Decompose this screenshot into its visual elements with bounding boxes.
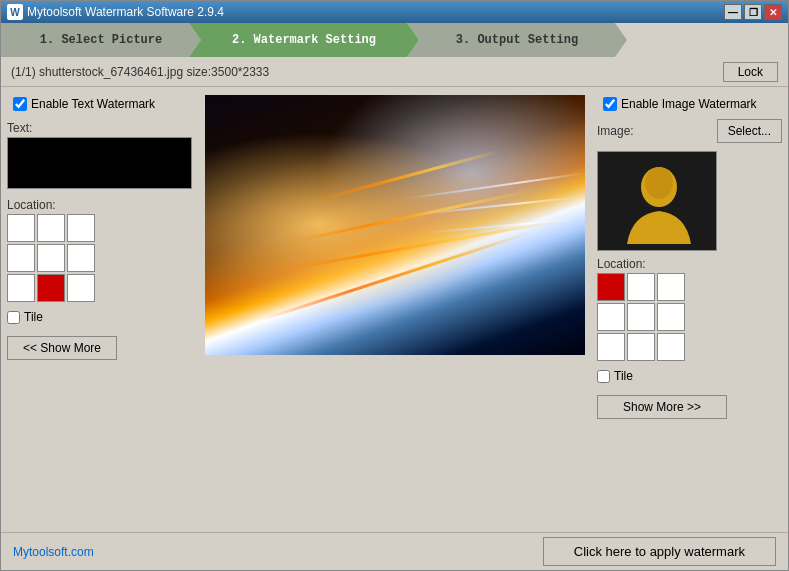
info-bar: (1/1) shutterstock_67436461.jpg size:350… xyxy=(1,57,788,87)
tab-output-setting[interactable]: 3. Output Setting xyxy=(407,23,627,57)
right-grid-cell-4[interactable] xyxy=(627,303,655,331)
file-info: (1/1) shutterstock_67436461.jpg size:350… xyxy=(11,65,269,79)
tab-select-picture[interactable]: 1. Select Picture xyxy=(1,23,201,57)
image-label-row: Image: Select... xyxy=(597,119,782,143)
grid-cell-6[interactable] xyxy=(7,274,35,302)
app-icon: W xyxy=(7,4,23,20)
mytoolsoft-link[interactable]: Mytoolsoft.com xyxy=(13,545,94,559)
main-content: Enable Text Watermark Text: Location: xyxy=(1,87,788,532)
right-location-grid xyxy=(597,273,782,361)
bottom-bar: Mytoolsoft.com Click here to apply water… xyxy=(1,532,788,570)
image-preview xyxy=(205,95,585,355)
right-tile-row: Tile xyxy=(597,365,782,387)
grid-cell-0[interactable] xyxy=(7,214,35,242)
right-show-more-button[interactable]: Show More >> xyxy=(597,395,727,419)
right-grid-cell-7[interactable] xyxy=(627,333,655,361)
grid-cell-8[interactable] xyxy=(67,274,95,302)
center-panel xyxy=(196,93,593,526)
location-label: Location: xyxy=(7,196,192,214)
text-section: Text: xyxy=(7,119,192,192)
tab-watermark-setting[interactable]: 2. Watermark Setting xyxy=(189,23,419,57)
right-grid-cell-1[interactable] xyxy=(627,273,655,301)
image-field-label: Image: xyxy=(597,122,634,140)
show-more-button[interactable]: << Show More xyxy=(7,336,117,360)
window-title: Mytoolsoft Watermark Software 2.9.4 xyxy=(27,5,724,19)
apply-watermark-button[interactable]: Click here to apply watermark xyxy=(543,537,776,566)
select-image-button[interactable]: Select... xyxy=(717,119,782,143)
minimize-button[interactable]: — xyxy=(724,4,742,20)
text-watermark-label: Enable Text Watermark xyxy=(31,97,155,111)
grid-cell-1[interactable] xyxy=(37,214,65,242)
tabs-bar: 1. Select Picture 2. Watermark Setting 3… xyxy=(1,23,788,57)
enable-image-watermark-checkbox[interactable] xyxy=(603,97,617,111)
grid-cell-3[interactable] xyxy=(7,244,35,272)
image-watermark-header: Enable Image Watermark xyxy=(597,93,782,115)
tile-checkbox[interactable] xyxy=(7,311,20,324)
text-field-label: Text: xyxy=(7,119,192,137)
right-panel: Enable Image Watermark Image: Select... … xyxy=(597,93,782,526)
text-watermark-header: Enable Text Watermark xyxy=(7,93,192,115)
right-tile-label: Tile xyxy=(614,369,633,383)
right-location-label: Location: xyxy=(597,255,782,273)
enable-text-watermark-checkbox[interactable] xyxy=(13,97,27,111)
restore-button[interactable]: ❐ xyxy=(744,4,762,20)
title-bar: W Mytoolsoft Watermark Software 2.9.4 — … xyxy=(1,1,788,23)
right-tile-checkbox[interactable] xyxy=(597,370,610,383)
location-section: Location: xyxy=(7,196,192,302)
location-grid xyxy=(7,214,192,302)
left-panel: Enable Text Watermark Text: Location: xyxy=(7,93,192,526)
right-grid-cell-8[interactable] xyxy=(657,333,685,361)
grid-cell-4[interactable] xyxy=(37,244,65,272)
text-input[interactable] xyxy=(7,137,192,189)
right-grid-cell-2[interactable] xyxy=(657,273,685,301)
image-watermark-label: Enable Image Watermark xyxy=(621,97,757,111)
window-controls: — ❐ ✕ xyxy=(724,4,782,20)
tile-row: Tile xyxy=(7,306,192,328)
right-grid-cell-3[interactable] xyxy=(597,303,625,331)
grid-cell-7[interactable] xyxy=(37,274,65,302)
right-grid-cell-5[interactable] xyxy=(657,303,685,331)
right-grid-cell-0[interactable] xyxy=(597,273,625,301)
main-window: W Mytoolsoft Watermark Software 2.9.4 — … xyxy=(0,0,789,571)
right-location-section: Location: xyxy=(597,255,782,361)
close-button[interactable]: ✕ xyxy=(764,4,782,20)
tile-label: Tile xyxy=(24,310,43,324)
svg-point-1 xyxy=(645,167,673,199)
watermark-image-svg xyxy=(607,159,707,244)
grid-cell-5[interactable] xyxy=(67,244,95,272)
image-thumbnail xyxy=(597,151,717,251)
lock-button[interactable]: Lock xyxy=(723,62,778,82)
grid-cell-2[interactable] xyxy=(67,214,95,242)
right-grid-cell-6[interactable] xyxy=(597,333,625,361)
